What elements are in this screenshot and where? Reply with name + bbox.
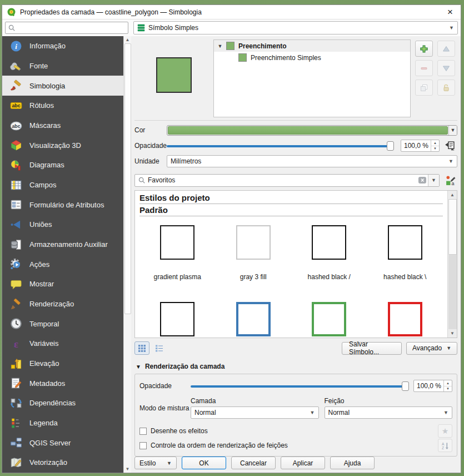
preset-outline-green[interactable] <box>291 281 367 336</box>
scroll-up-icon[interactable]: ▲ <box>126 36 130 43</box>
preset-hashed-black-forward[interactable]: hashed black / <box>291 217 367 281</box>
preset-swatch <box>236 302 271 336</box>
list-view-button[interactable] <box>152 341 167 355</box>
layer-opacity-value: 100,0 % <box>414 382 443 390</box>
properties-search-field[interactable] <box>16 24 126 32</box>
preset-outline-red[interactable] <box>367 281 443 336</box>
tree-row-simple-fill[interactable]: Preenchimento Simples <box>214 52 410 63</box>
preset-gray-3-fill[interactable]: gray 3 fill <box>216 217 292 281</box>
preset-hashed-black-backward[interactable]: hashed black \ <box>367 217 443 281</box>
blend-layer-combobox[interactable]: Normal ▼ <box>191 406 319 419</box>
save-symbol-button[interactable]: Salvar Símbolo... <box>342 342 402 355</box>
source-icon <box>10 60 22 72</box>
sidebar-item-dependencias[interactable]: Dependências <box>2 393 123 413</box>
qgis-logo-icon <box>7 7 16 17</box>
spin-buttons[interactable]: ▲▼ <box>431 140 439 151</box>
sidebar-item-informacao[interactable]: i Informação <box>2 36 123 56</box>
remove-symbol-layer-button[interactable] <box>415 60 433 76</box>
layer-opacity-spinbox[interactable]: 100,0 % ▲▼ <box>413 380 452 392</box>
preset-outline-blue[interactable] <box>216 281 292 336</box>
effects-options-button[interactable]: ★ <box>438 424 452 438</box>
preset-gradient-plasma[interactable]: gradient plasma <box>139 217 216 281</box>
icon-view-button[interactable] <box>134 341 149 355</box>
sidebar-item-diagramas[interactable]: Diagramas <box>2 155 123 175</box>
sidebar-item-fonte[interactable]: Fonte <box>2 56 123 76</box>
sidebar-item-vetorizacao[interactable]: Vetorização <box>2 453 123 473</box>
feature-order-options-button[interactable]: AZ <box>438 439 452 452</box>
symbol-type-combobox[interactable]: Símbolo Simples ▼ <box>133 21 458 34</box>
sidebar-item-simbologia[interactable]: Simbologia <box>2 76 123 96</box>
feature-order-checkbox[interactable] <box>139 442 147 449</box>
sidebar-item-elevacao[interactable]: Elevação <box>2 354 123 374</box>
sidebar-item-variaveis[interactable]: ε Variáveis <box>2 334 123 354</box>
sidebar-item-acoes[interactable]: Ações <box>2 254 123 274</box>
sidebar-item-mascaras[interactable]: abc Máscaras <box>2 116 123 136</box>
draw-effects-label: Desenhe os efeitos <box>151 427 208 435</box>
clear-filter-button[interactable] <box>417 176 428 184</box>
sidebar-item-metadados[interactable]: Metadados <box>2 373 123 393</box>
arrow-up-icon <box>442 44 451 53</box>
slider-handle[interactable] <box>387 141 394 151</box>
scroll-up-icon[interactable]: ▲ <box>450 191 455 199</box>
sidebar-item-armazenamento-auxiliar[interactable]: Armazenamento Auxiliar <box>2 235 123 255</box>
preset-swatch <box>160 225 194 260</box>
advanced-button[interactable]: Avançado ▼ <box>406 342 457 355</box>
help-button[interactable]: Ajuda <box>330 457 375 469</box>
scroll-down-icon[interactable]: ▼ <box>126 465 130 473</box>
move-down-button[interactable] <box>437 60 455 76</box>
scrollbar-thumb[interactable] <box>124 43 131 314</box>
preset-crosshatch-black[interactable] <box>139 281 216 336</box>
blend-feature-label: Feição <box>325 397 453 405</box>
scroll-down-icon[interactable]: ▼ <box>450 329 455 338</box>
apply-button[interactable]: Aplicar <box>281 457 325 469</box>
symbol-type-value: Símbolo Simples <box>148 24 198 32</box>
properties-search-input[interactable] <box>5 22 128 34</box>
cancel-button[interactable]: Cancelar <box>231 457 276 469</box>
move-up-button[interactable] <box>437 41 455 57</box>
slider-handle[interactable] <box>402 381 409 391</box>
sidebar-scrollbar[interactable]: ▲ ▼ <box>123 36 131 473</box>
sidebar-item-renderizacao[interactable]: Renderização <box>2 294 123 314</box>
unlock-icon <box>442 83 451 92</box>
color-dropdown-icon[interactable]: ▼ <box>448 126 457 135</box>
sidebar-item-campos[interactable]: Campos <box>2 175 123 195</box>
lock-color-button[interactable] <box>437 80 455 96</box>
data-defined-override-button[interactable] <box>443 139 457 152</box>
sidebar-item-legenda[interactable]: Legenda <box>2 413 123 433</box>
ok-button[interactable]: OK <box>182 457 226 469</box>
sidebar-item-temporal[interactable]: Temporal <box>2 314 123 334</box>
sidebar-item-formulario-de-atributos[interactable]: Formulário de Atributos <box>2 195 123 215</box>
symbol-layer-tree[interactable]: ▼ Preenchimento Preenchimento Simples <box>213 39 411 117</box>
add-symbol-layer-button[interactable] <box>415 41 433 57</box>
unit-combobox[interactable]: Milímetros ▼ <box>167 155 457 167</box>
color-button[interactable]: ▼ <box>167 125 457 136</box>
scrollbar-thumb[interactable] <box>448 199 457 255</box>
style-menu-button[interactable]: Estilo ▼ <box>134 457 177 469</box>
tree-row-fill[interactable]: ▼ Preenchimento <box>214 40 410 52</box>
style-manager-button[interactable]: a <box>443 173 457 187</box>
preset-swatch <box>160 302 194 336</box>
draw-effects-checkbox[interactable] <box>139 428 147 435</box>
filter-dropdown-button[interactable]: ▼ <box>428 175 439 186</box>
spin-buttons[interactable]: ▲▼ <box>443 380 452 391</box>
opacity-slider[interactable] <box>167 141 394 151</box>
style-filter-input[interactable]: Favoritos ▼ <box>134 174 440 187</box>
joins-icon <box>10 219 22 231</box>
opacity-spinbox[interactable]: 100,0 % ▲▼ <box>401 140 440 152</box>
sidebar-item-mostrar[interactable]: Mostrar <box>2 274 123 294</box>
layer-rendering-header[interactable]: ▼ Renderização da camada <box>134 360 457 373</box>
close-button[interactable]: × <box>444 7 456 17</box>
chevron-down-icon: ▼ <box>440 410 448 415</box>
preset-swatch <box>236 225 271 260</box>
sidebar-item-rotulos[interactable]: abc Rótulos <box>2 96 123 116</box>
duplicate-layer-button[interactable] <box>415 80 433 96</box>
sidebar-item-visualizacao-3d[interactable]: Visualização 3D <box>2 135 123 155</box>
sidebar-item-qgis-server[interactable]: QGIS Server <box>2 433 123 453</box>
blend-feature-combobox[interactable]: Normal ▼ <box>325 406 453 419</box>
symbology-icon <box>10 80 22 92</box>
layer-opacity-slider[interactable] <box>191 381 409 391</box>
sidebar-item-unioes[interactable]: Uniões <box>2 215 123 235</box>
rendering-icon <box>10 298 22 310</box>
style-panel-scrollbar[interactable]: ▲ ▼ <box>447 191 457 338</box>
tree-expander-icon[interactable]: ▼ <box>214 43 226 49</box>
